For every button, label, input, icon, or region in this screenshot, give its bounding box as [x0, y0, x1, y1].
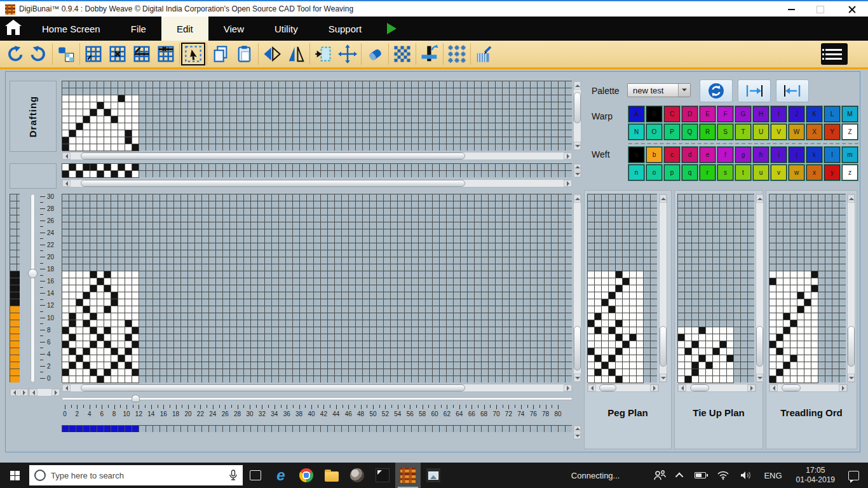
- warp-swatch-U[interactable]: U: [753, 124, 769, 140]
- weft-swatch-i[interactable]: i: [771, 147, 787, 163]
- graph-insert-weft-button[interactable]: [130, 43, 154, 65]
- insert-right-button[interactable]: [738, 79, 771, 102]
- rotate-block-button[interactable]: [417, 43, 442, 65]
- warp-color-strip[interactable]: [62, 425, 572, 432]
- properties-list-button[interactable]: [821, 43, 848, 65]
- start-button[interactable]: [0, 463, 29, 488]
- warp-swatch-C[interactable]: C: [664, 106, 680, 122]
- weft-swatch-f[interactable]: f: [717, 147, 733, 163]
- treadling-hscrollbar[interactable]: [769, 384, 848, 392]
- warp-swatch-E[interactable]: E: [700, 106, 715, 122]
- weft-swatch-t[interactable]: t: [735, 165, 751, 180]
- weft-swatch-y[interactable]: y: [824, 165, 840, 180]
- weft-swatch-h[interactable]: h: [753, 147, 769, 163]
- weft-color-strip[interactable]: [10, 194, 20, 383]
- tieup-hscrollbar[interactable]: [677, 384, 756, 392]
- drafting-vscrollbar[interactable]: [573, 81, 581, 151]
- menu-item-support[interactable]: Support: [313, 17, 377, 41]
- warp-swatch-O[interactable]: O: [646, 124, 662, 140]
- warp-swatch-A[interactable]: A: [628, 106, 644, 122]
- design-grid[interactable]: [62, 194, 572, 383]
- warp-swatch-F[interactable]: F: [717, 106, 733, 122]
- warp-swatch-N[interactable]: N: [628, 124, 644, 140]
- vertical-zoom-slider[interactable]: [31, 194, 35, 383]
- peg-vscrollbar[interactable]: [659, 194, 667, 383]
- peg-plan-grid[interactable]: [587, 194, 657, 383]
- chrome-button[interactable]: [294, 463, 319, 488]
- weft-swatch-e[interactable]: e: [700, 147, 715, 163]
- fill-weave-button[interactable]: [390, 43, 414, 65]
- eraser-button[interactable]: [363, 43, 387, 65]
- volume-icon[interactable]: [740, 471, 752, 480]
- search-box[interactable]: Type here to search: [29, 465, 243, 485]
- denting-grid[interactable]: [62, 163, 572, 177]
- warp-swatch-G[interactable]: G: [735, 106, 751, 122]
- maximize-button[interactable]: [810, 3, 831, 17]
- digibunai-app-button[interactable]: [395, 463, 421, 488]
- horizontal-slider-thumb[interactable]: [132, 395, 140, 402]
- swap-design-button[interactable]: [54, 43, 78, 65]
- palette-dropdown[interactable]: new test: [627, 83, 691, 97]
- file-explorer-button[interactable]: [319, 463, 344, 488]
- menu-item-utility[interactable]: Utility: [259, 17, 313, 41]
- weft-swatch-c[interactable]: c: [664, 147, 680, 163]
- weft-swatch-d[interactable]: d: [682, 147, 698, 163]
- weft-swatch-a[interactable]: a: [628, 147, 644, 163]
- warp-swatch-Q[interactable]: Q: [682, 124, 698, 140]
- menu-item-file[interactable]: File: [116, 17, 161, 41]
- move-button[interactable]: [336, 43, 360, 65]
- warp-swatch-V[interactable]: V: [771, 124, 787, 140]
- tieup-vscrollbar[interactable]: [756, 194, 764, 383]
- warp-swatch-Y[interactable]: Y: [824, 124, 840, 140]
- people-icon[interactable]: [653, 470, 666, 480]
- task-view-button[interactable]: [243, 463, 268, 488]
- weft-swatch-v[interactable]: v: [771, 165, 787, 180]
- home-icon[interactable]: [0, 17, 27, 41]
- warp-swatch-I[interactable]: I: [771, 106, 787, 122]
- flip-vertical-button[interactable]: [284, 43, 308, 65]
- menu-item-edit[interactable]: Edit: [161, 17, 208, 41]
- warp-swatch-D[interactable]: D: [682, 106, 698, 122]
- warp-swatch-Z[interactable]: Z: [842, 124, 858, 140]
- warp-swatch-M[interactable]: M: [842, 106, 858, 122]
- screenshot-app-button[interactable]: [370, 463, 395, 488]
- language-indicator[interactable]: ENG: [764, 471, 782, 480]
- graph-edit-warp-button[interactable]: [81, 43, 105, 65]
- weft-swatch-b[interactable]: b: [646, 147, 662, 163]
- weft-swatch-l[interactable]: l: [824, 147, 840, 163]
- redo-button[interactable]: [27, 43, 51, 65]
- design-hscrollbar[interactable]: [62, 384, 573, 392]
- insert-left-button[interactable]: [776, 79, 809, 102]
- action-center-button[interactable]: [848, 471, 859, 480]
- weft-swatch-s[interactable]: s: [717, 165, 733, 180]
- warp-swatch-B[interactable]: B: [646, 106, 662, 122]
- weft-swatch-n[interactable]: n: [628, 165, 644, 180]
- graph-delete-weft-button[interactable]: [154, 43, 178, 65]
- warp-swatch-K[interactable]: K: [806, 106, 822, 122]
- play-button[interactable]: [387, 17, 397, 41]
- weft-swatch-w[interactable]: w: [789, 165, 804, 180]
- weft-swatch-z[interactable]: z: [842, 165, 858, 180]
- weft-swatch-g[interactable]: g: [735, 147, 751, 163]
- warp-swatch-W[interactable]: W: [789, 124, 804, 140]
- weft-strip-scrollbar[interactable]: [10, 388, 29, 396]
- close-button[interactable]: [841, 3, 863, 17]
- weft-swatch-u[interactable]: u: [753, 165, 769, 180]
- menu-item-home-screen[interactable]: Home Screen: [27, 17, 116, 41]
- drafting-grid[interactable]: [62, 81, 572, 151]
- design-vscrollbar[interactable]: [573, 194, 581, 383]
- denting-vscrollbar[interactable]: [573, 163, 581, 178]
- weft-swatch-p[interactable]: p: [664, 165, 680, 180]
- warp-swatch-P[interactable]: P: [664, 124, 680, 140]
- treadling-vscrollbar[interactable]: [847, 194, 855, 383]
- wifi-icon[interactable]: [717, 471, 729, 480]
- photos-button[interactable]: [421, 463, 446, 488]
- warp-swatch-R[interactable]: R: [700, 124, 715, 140]
- paste-button[interactable]: [233, 43, 257, 65]
- shift-right-button[interactable]: [311, 43, 336, 65]
- warp-swatch-X[interactable]: X: [806, 124, 822, 140]
- weft-swatch-m[interactable]: m: [842, 147, 858, 163]
- vertical-slider-thumb[interactable]: [28, 269, 37, 278]
- warp-swatch-J[interactable]: J: [789, 106, 804, 122]
- weft-swatch-j[interactable]: j: [789, 147, 804, 163]
